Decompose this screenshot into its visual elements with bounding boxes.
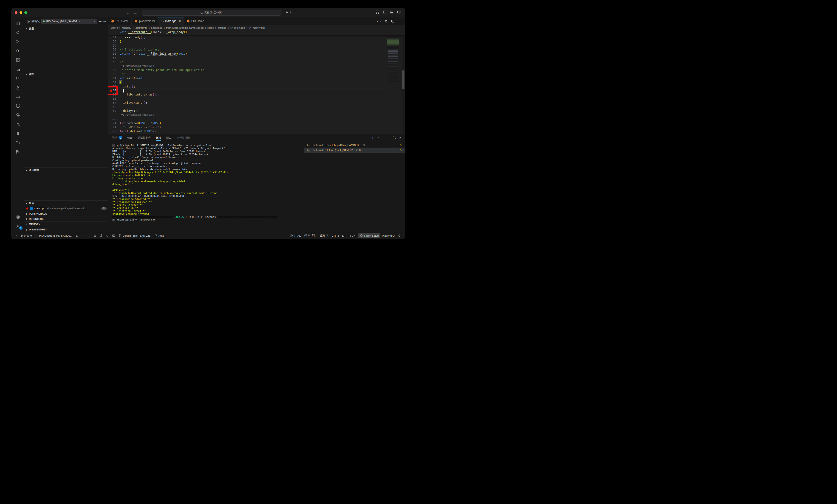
activity-item-output-view[interactable] bbox=[12, 92, 24, 101]
nav-forward-icon[interactable]: → bbox=[134, 11, 137, 15]
activity-item-flow[interactable] bbox=[12, 120, 24, 129]
status-item-pio-terminal[interactable] bbox=[110, 233, 117, 238]
ai-inline-hint[interactable]: ··Trae: 解释代码 | 注释代码 | × bbox=[108, 113, 405, 117]
terminal-output[interactable]: *正在文件夹 Blink_SAMD21 中执行任务: platformio ru… bbox=[108, 142, 304, 232]
editor-tab-pio-home[interactable]: PIO Home bbox=[184, 17, 207, 25]
code-line-72[interactable]: 72 TinyUSB_Device_Init(0); bbox=[108, 126, 405, 130]
line-number[interactable]: 58 bbox=[108, 60, 120, 64]
maximize-panel-icon[interactable] bbox=[393, 136, 396, 139]
debug-config-dropdown[interactable]: PIO Debug (Blink_SAMD21) ∨ bbox=[41, 19, 97, 24]
activity-item-settings[interactable]: 1 bbox=[12, 222, 24, 231]
status-item-finish-setup[interactable]: Finish Setup bbox=[358, 233, 380, 238]
code-line-68[interactable]: 68 bbox=[108, 105, 405, 109]
line-number[interactable]: 67 bbox=[108, 101, 120, 105]
line-number[interactable]: 70 bbox=[108, 117, 120, 122]
status-item-pio-clean[interactable] bbox=[92, 233, 98, 238]
panel-tab-调试控制台[interactable]: 调试控制台 bbox=[138, 134, 151, 142]
line-number[interactable]: 72 bbox=[108, 126, 120, 130]
section-header[interactable]: ❯PERIPHERALS bbox=[24, 211, 108, 216]
terminal-task-item[interactable]: PlatformIO: Upload (Blink_SAMD21) 任务 bbox=[304, 148, 405, 153]
activity-item-platformio[interactable] bbox=[12, 101, 24, 111]
code-line-70[interactable]: 70 bbox=[108, 117, 405, 122]
editor-tab-main-cpp[interactable]: Cmain.cpp× bbox=[158, 17, 184, 25]
code-line-53[interactable]: 53} bbox=[108, 40, 405, 44]
section-header[interactable]: ❯MEMORY bbox=[24, 222, 108, 227]
close-window-button[interactable] bbox=[15, 11, 17, 14]
line-number[interactable]: 55 bbox=[108, 48, 120, 52]
breadcrumb-item[interactable]: Users bbox=[111, 26, 118, 29]
status-item-pio-build[interactable]: ✓ bbox=[80, 233, 86, 238]
code-line-59[interactable]: 59 * \brief Main entry point of Arduino … bbox=[108, 68, 405, 72]
line-number[interactable]: 52 bbox=[108, 36, 120, 40]
more-actions-icon[interactable]: ⋯ bbox=[103, 20, 106, 23]
line-number[interactable]: 54 bbox=[108, 44, 120, 48]
code-line-71[interactable]: 71#if defined(USE_TINYUSB) bbox=[108, 122, 405, 126]
status-item-remote[interactable]: >< bbox=[14, 233, 19, 238]
status-item-language-mode[interactable]: { } C++ bbox=[347, 233, 358, 238]
line-number[interactable]: 62 bbox=[108, 80, 120, 85]
status-item-trae[interactable]: TRAE bbox=[288, 233, 303, 238]
breadcrumb-item[interactable]: .platformio bbox=[135, 26, 147, 29]
code-line-55[interactable]: 55// Initialize C library bbox=[108, 48, 405, 52]
code-editor[interactable]: 50void __attribute__((weak)) _wrap_body(… bbox=[108, 30, 405, 134]
scrollbar-thumb[interactable] bbox=[402, 71, 405, 89]
activity-item-account[interactable] bbox=[12, 212, 24, 222]
line-number[interactable]: 71 bbox=[108, 122, 120, 126]
breadcrumb-item[interactable]: cores bbox=[207, 26, 214, 29]
activity-item-chat[interactable] bbox=[12, 74, 24, 83]
activity-item-test-flask[interactable] bbox=[12, 83, 24, 92]
split-editor-icon[interactable] bbox=[391, 19, 394, 23]
status-item-eol[interactable]: LF bbox=[341, 233, 347, 238]
line-number[interactable]: 66 bbox=[108, 97, 120, 101]
breadcrumb-item[interactable]: arduino bbox=[217, 26, 226, 29]
status-item-pio-env[interactable]: Default (Blink_SAMD21) bbox=[117, 233, 153, 238]
section-header[interactable]: ❯DISASSEMBLY bbox=[24, 227, 108, 232]
status-item-indentation[interactable]: 空格: 2 bbox=[318, 233, 330, 238]
code-line-63[interactable]: 63 init(); bbox=[108, 85, 405, 89]
status-item-platformio[interactable]: PlatformIO bbox=[380, 233, 396, 238]
activity-item-run-debug[interactable] bbox=[12, 46, 24, 56]
breadcrumb-item[interactable]: main(void) bbox=[249, 26, 265, 30]
toggle-sidebar-left-icon[interactable] bbox=[383, 10, 386, 14]
editor-scrollbar[interactable] bbox=[402, 30, 405, 134]
code-line-62[interactable]: 62{ bbox=[108, 80, 405, 85]
more-actions-icon[interactable]: ⋯ bbox=[397, 19, 402, 23]
breakpoint-checkbox[interactable]: ✓ bbox=[30, 207, 33, 210]
breadcrumb-item[interactable]: Cmain.cpp bbox=[230, 26, 245, 30]
status-item-pio-home[interactable] bbox=[74, 233, 80, 238]
editor-tab-platformio-ini[interactable]: platformio.ini bbox=[131, 17, 158, 25]
run-check-button[interactable]: ✓∨ bbox=[376, 19, 381, 23]
status-item-pio-port[interactable]: Auto bbox=[153, 233, 166, 238]
code-line-52[interactable]: 52 _real_body(); bbox=[108, 36, 405, 40]
code-line-54[interactable]: 54 bbox=[108, 44, 405, 48]
line-number[interactable]: 60 bbox=[108, 72, 120, 76]
line-number[interactable]: 56 bbox=[108, 52, 120, 56]
terminal-task-item[interactable]: PlatformIO: Pre-Debug (Blink_SAMD21) 任务 bbox=[304, 143, 405, 148]
section-header[interactable]: ∨调用堆栈 bbox=[24, 168, 108, 173]
breadcrumb-item[interactable]: packages bbox=[151, 26, 162, 29]
maximize-window-button[interactable] bbox=[24, 11, 27, 14]
activity-item-explorer[interactable] bbox=[12, 19, 24, 28]
toggle-panel-icon[interactable] bbox=[390, 10, 393, 14]
ai-inline-hint[interactable]: ··Trae: 解释代码 | 注释代码 | × bbox=[108, 64, 405, 69]
activity-item-source-control[interactable] bbox=[12, 37, 24, 46]
panel-tab-输出[interactable]: 输出 bbox=[127, 134, 132, 142]
code-line-58[interactable]: 58/* bbox=[108, 60, 405, 64]
line-number[interactable]: 59 bbox=[108, 68, 120, 72]
activity-item-search[interactable] bbox=[12, 28, 24, 37]
line-number[interactable]: 61 bbox=[108, 76, 120, 80]
ai-chat-button[interactable]: ∨ bbox=[285, 10, 291, 14]
panel-tab-问题[interactable]: 问题9 bbox=[112, 134, 122, 142]
gear-icon[interactable] bbox=[98, 20, 102, 23]
plug-icon[interactable] bbox=[385, 19, 388, 23]
section-header[interactable]: ∨监视 bbox=[24, 72, 108, 77]
status-item-pio-serial[interactable] bbox=[104, 233, 110, 238]
close-icon[interactable]: × bbox=[179, 19, 181, 23]
activity-item-flags[interactable] bbox=[12, 147, 24, 156]
minimize-window-button[interactable] bbox=[19, 11, 22, 14]
status-item-problems[interactable]: ⊗0⚠9 bbox=[19, 233, 34, 238]
nav-back-icon[interactable]: ← bbox=[127, 11, 130, 15]
status-item-pio-test[interactable] bbox=[98, 233, 104, 238]
section-header[interactable]: ❯REGISTERS bbox=[24, 217, 108, 222]
section-header[interactable]: ∨断点 bbox=[24, 201, 108, 206]
